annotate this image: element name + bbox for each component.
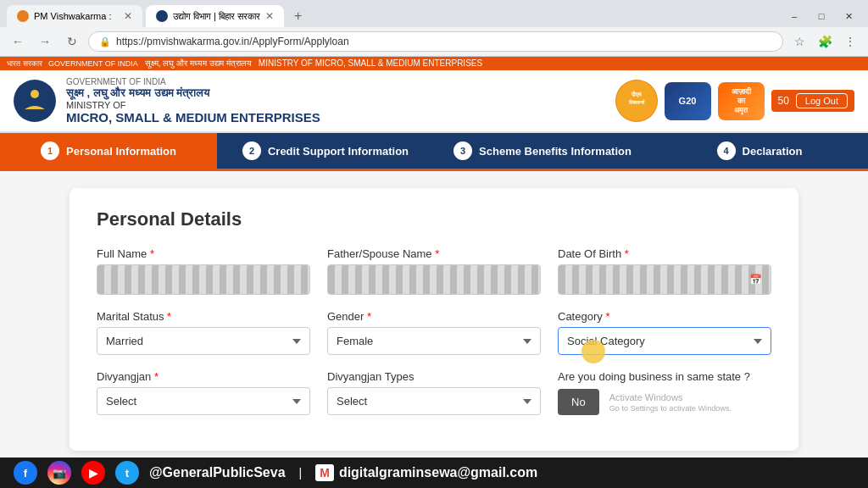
- site-header: GOVERNMENT OF INDIA सूक्ष्म , लघु और मध्…: [0, 70, 868, 133]
- svg-text:विश्वकर्मा: विश्वकर्मा: [628, 99, 645, 105]
- address-bar[interactable]: 🔒 https://pmvishwakarma.gov.in/ApplyForm…: [88, 31, 783, 52]
- lock-icon: 🔒: [99, 36, 111, 47]
- window-controls: – □ ✕: [782, 6, 861, 26]
- ministry-text: GOVERNMENT OF INDIA सूक्ष्म , लघु और मध्…: [66, 77, 320, 125]
- dob-group: Date Of Birth * 📅: [558, 247, 771, 295]
- form-card: Personal Details Full Name * Father/Spou…: [70, 188, 798, 451]
- menu-button[interactable]: ⋮: [839, 30, 861, 53]
- azadi-logo: आज़ादीकाअमृत: [718, 82, 765, 120]
- minimize-button[interactable]: –: [782, 6, 807, 26]
- form-row-3: Divyangjan * Select Yes No Divyangjan Ty…: [97, 370, 771, 415]
- pm-vishwakarma-logo: पीएम विश्वकर्मा: [615, 80, 658, 122]
- marital-status-group: Marital Status * Married Unmarried Divor…: [97, 310, 310, 355]
- social-email-container: M digitalgraminsewa@gmail.com: [315, 464, 537, 481]
- tab-favicon-1: [17, 10, 29, 22]
- marital-status-label: Marital Status *: [97, 310, 310, 323]
- divyangjan-select[interactable]: Select Yes No: [97, 387, 310, 415]
- no-button[interactable]: No: [558, 389, 599, 415]
- ministry-name: MICRO, SMALL & MEDIUM ENTERPRISES: [66, 110, 320, 125]
- step-2-credit-support[interactable]: 2 Credit Support Information: [217, 133, 434, 169]
- header-right: पीएम विश्वकर्मा G20 आज़ादीकाअमृत 50 Log …: [615, 80, 855, 122]
- svg-point-0: [19, 85, 51, 117]
- step-1-personal-information[interactable]: 1 Personal Information: [0, 133, 217, 169]
- tab-close-2[interactable]: ✕: [265, 10, 274, 22]
- dob-label: Date Of Birth *: [558, 247, 771, 260]
- divyangjan-types-group: Divyangjan Types Select: [327, 370, 541, 415]
- full-name-input[interactable]: [97, 264, 310, 295]
- extensions-button[interactable]: 🧩: [814, 30, 836, 53]
- father-spouse-label: Father/Spouse Name *: [327, 247, 541, 260]
- close-button[interactable]: ✕: [836, 6, 861, 26]
- step-3-scheme-benefits[interactable]: 3 Scheme Benefits Information: [434, 133, 651, 169]
- tab-2[interactable]: उद्योग विभाग | बिहार सरकार ✕: [146, 5, 284, 27]
- step-2-number: 2: [242, 141, 261, 160]
- main-content: Personal Details Full Name * Father/Spou…: [0, 171, 868, 488]
- youtube-icon[interactable]: ▶: [81, 461, 105, 485]
- divyangjan-types-select[interactable]: Select: [327, 387, 541, 415]
- header-left: GOVERNMENT OF INDIA सूक्ष्म , लघु और मध्…: [14, 77, 320, 125]
- full-name-group: Full Name *: [97, 247, 310, 295]
- maximize-button[interactable]: □: [809, 6, 834, 26]
- business-state-label: Are you doing business in same state ?: [558, 370, 771, 383]
- ministry-of-label: MINISTRY OF: [66, 100, 320, 110]
- gov-of-india-text: GOVERNMENT OF INDIA: [66, 77, 320, 86]
- father-spouse-group: Father/Spouse Name *: [327, 247, 541, 295]
- forward-button[interactable]: →: [34, 30, 56, 53]
- step-4-number: 4: [717, 141, 736, 160]
- divyangjan-group: Divyangjan * Select Yes No: [97, 370, 310, 415]
- logout-button[interactable]: Log Out: [796, 93, 848, 108]
- tab-1[interactable]: PM Vishwakarma : ✕: [7, 5, 142, 27]
- social-bar: f 📷 ▶ t @GeneralPublicSeva | M digitalgr…: [0, 458, 868, 488]
- social-handle: @GeneralPublicSeva: [149, 465, 286, 480]
- twitter-icon[interactable]: t: [115, 461, 139, 485]
- back-button[interactable]: ←: [7, 30, 29, 53]
- gender-select[interactable]: Male Female Other: [327, 327, 541, 355]
- hindi-ministry-title: सूक्ष्म , लघु और मध्यम उद्यम मंत्रालय: [66, 86, 320, 100]
- category-group: Category * General OBC SC ST Social Cate…: [558, 310, 771, 355]
- bookmark-button[interactable]: ☆: [788, 30, 810, 53]
- step-2-label: Credit Support Information: [268, 145, 409, 158]
- facebook-icon[interactable]: f: [14, 461, 37, 485]
- gov-logo: [14, 80, 56, 122]
- required-marker: *: [150, 247, 154, 260]
- marital-status-select[interactable]: Married Unmarried Divorced Widowed: [97, 327, 310, 355]
- form-row-1: Full Name * Father/Spouse Name * Date Of…: [97, 247, 771, 295]
- step-4-declaration[interactable]: 4 Declaration: [651, 133, 868, 169]
- step-4-label: Declaration: [743, 145, 803, 158]
- instagram-icon[interactable]: 📷: [47, 461, 71, 485]
- notification-count: 50: [778, 95, 789, 107]
- divyangjan-label: Divyangjan *: [97, 370, 310, 383]
- step-navigation: 1 Personal Information 2 Credit Support …: [0, 133, 868, 171]
- g20-logo: G20: [665, 82, 711, 120]
- address-text: https://pmvishwakarma.gov.in/ApplyForm/A…: [116, 36, 772, 47]
- new-tab-button[interactable]: +: [287, 5, 309, 27]
- step-1-label: Personal Information: [66, 145, 176, 158]
- category-select[interactable]: General OBC SC ST Social Category: [558, 327, 771, 355]
- gender-group: Gender * Male Female Other: [327, 310, 541, 355]
- divyangjan-types-label: Divyangjan Types: [327, 370, 541, 383]
- father-spouse-input[interactable]: [327, 264, 541, 295]
- svg-point-1: [31, 90, 39, 98]
- category-label: Category *: [558, 310, 771, 323]
- svg-text:पीएम: पीएम: [631, 91, 642, 97]
- step-3-number: 3: [453, 141, 472, 160]
- dob-input[interactable]: 📅: [558, 264, 771, 295]
- tab-favicon-2: [156, 10, 168, 22]
- browser-chrome: PM Vishwakarma : ✕ उद्योग विभाग | बिहार …: [0, 0, 868, 57]
- gmail-icon: M: [315, 464, 334, 481]
- business-state-group: Are you doing business in same state ? N…: [558, 370, 771, 415]
- tab-bar: PM Vishwakarma : ✕ उद्योग विभाग | बिहार …: [0, 0, 868, 27]
- gov-banner-left: भारत सरकार GOVERNMENT OF INDIA: [7, 59, 138, 69]
- tab-title-1: PM Vishwakarma :: [34, 11, 119, 21]
- activate-windows-text: Activate WindowsGo to Settings to activa…: [609, 392, 732, 413]
- form-row-2: Marital Status * Married Unmarried Divor…: [97, 310, 771, 355]
- tab-title-2: उद्योग विभाग | बिहार सरकार: [173, 11, 260, 22]
- browser-controls-bar: ← → ↻ 🔒 https://pmvishwakarma.gov.in/App…: [0, 27, 868, 56]
- tab-close-1[interactable]: ✕: [124, 10, 132, 22]
- section-title: Personal Details: [97, 208, 771, 230]
- browser-actions: ☆ 🧩 ⋮: [788, 30, 861, 53]
- full-name-label: Full Name *: [97, 247, 310, 260]
- gov-banner-right: सूक्ष्म, लघु और मध्यम उद्यम मंत्रालय MIN…: [145, 58, 482, 69]
- refresh-button[interactable]: ↻: [61, 30, 83, 53]
- separator: |: [299, 466, 303, 480]
